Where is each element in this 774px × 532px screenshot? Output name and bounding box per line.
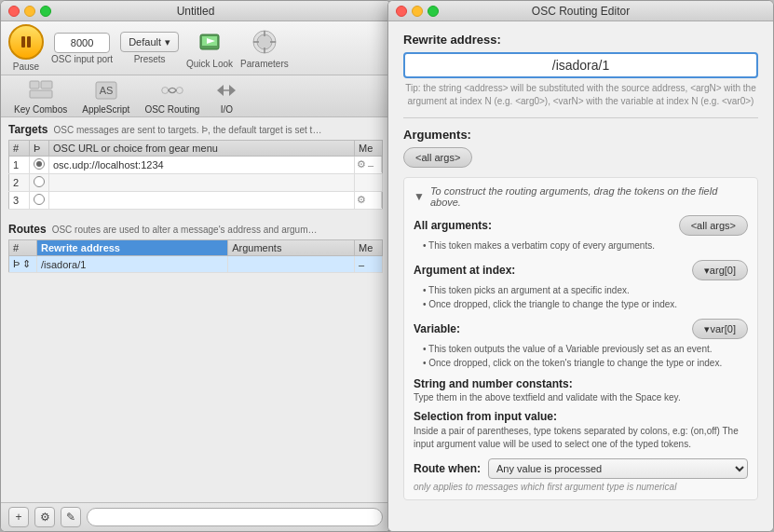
minimize-button[interactable] <box>24 6 35 17</box>
radio-button[interactable] <box>34 176 45 187</box>
all-args-pill[interactable]: <all args> <box>679 215 748 236</box>
window-controls <box>8 6 51 17</box>
search-input[interactable] <box>87 508 383 526</box>
routes-title: Routes <box>8 223 47 236</box>
constants-section: String and number constants: Type them i… <box>414 377 748 402</box>
variable-pill[interactable]: ▾ var[0] <box>692 319 748 339</box>
row-actions: ⚙ – <box>355 157 382 172</box>
arg-index-pill[interactable]: ▾ arg[0] <box>692 260 748 280</box>
var-bullet-2: Once dropped, click on the token's trian… <box>414 356 748 370</box>
osc-routing-icon <box>160 78 184 102</box>
settings-button[interactable]: ⚙ <box>34 507 55 527</box>
rcol-address: Rewrite address <box>37 240 228 256</box>
bottom-toolbar: + ⚙ ✎ <box>1 502 390 531</box>
port-group: OSC input port <box>51 33 113 64</box>
table-row[interactable]: 1 osc.udp://localhost:1234 ⚙ – <box>9 157 383 174</box>
route-when-row: Route when: Any value is processed Value… <box>414 458 748 479</box>
arg-bullet-1: This token picks an argument at a specif… <box>414 283 748 297</box>
right-maximize-button[interactable] <box>428 6 439 17</box>
svg-text:AS: AS <box>99 85 113 96</box>
routes-section: Routes OSC routes are used to alter a me… <box>1 217 390 275</box>
row-num: 2 <box>9 174 30 192</box>
gear-icon[interactable]: ⚙ <box>357 158 366 171</box>
triangle-indicator: ▼ <box>414 190 425 203</box>
svg-rect-11 <box>30 81 39 89</box>
edit-icon: ✎ <box>66 511 75 524</box>
targets-table: # Þ OSC URL or choice from gear menu Me … <box>8 140 383 210</box>
key-combos-label: Key Combos <box>14 104 67 115</box>
targets-title: Targets <box>8 123 48 136</box>
right-title-bar: OSC Routing Editor <box>388 1 773 21</box>
route-when-select[interactable]: Any value is processed Value changes Alw… <box>488 458 748 479</box>
selection-section: Selection from input value: Inside a pai… <box>414 410 748 451</box>
radio-button[interactable] <box>34 194 45 205</box>
right-close-button[interactable] <box>396 6 407 17</box>
svg-rect-0 <box>21 36 25 48</box>
address-input[interactable] <box>403 52 758 78</box>
table-row[interactable]: Þ ⇕ /isadora/1 – <box>9 256 383 273</box>
port-label: OSC input port <box>51 54 113 64</box>
parameters-button[interactable] <box>250 27 279 57</box>
pause-label: Pause <box>13 61 39 72</box>
add-icon: + <box>15 511 21 524</box>
key-combos-button[interactable]: Key Combos <box>8 76 73 116</box>
drag-section-header: ▼ To construct the routing arguments, dr… <box>414 185 748 208</box>
key-combos-icon <box>29 78 53 102</box>
table-row[interactable]: 3 ⚙ <box>9 192 383 210</box>
right-window-title: OSC Routing Editor <box>532 5 630 18</box>
row-actions <box>355 174 383 192</box>
routes-table: # Rewrite address Arguments Me Þ ⇕ /isad… <box>8 239 383 273</box>
variable-row: Variable: ▾ var[0] This token outputs th… <box>414 319 748 370</box>
all-args-bullet-1: This token makes a verbatim copy of ever… <box>414 239 748 252</box>
left-window: Untitled Pause OSC input port Default ▾ <box>0 0 391 532</box>
col-default: Þ <box>30 141 49 157</box>
close-button[interactable] <box>8 6 20 17</box>
separator-1 <box>403 117 758 118</box>
col-me: Me <box>355 141 383 157</box>
rcol-args: Arguments <box>228 240 355 256</box>
quick-look-button[interactable] <box>195 27 224 57</box>
row-num: Þ ⇕ <box>9 256 37 273</box>
gear-icon[interactable]: ⚙ <box>357 194 366 206</box>
parameters-label: Parameters <box>240 59 289 69</box>
row-actions: ⚙ <box>355 192 382 208</box>
quick-look-group: Quick Look <box>186 27 233 69</box>
minus-icon[interactable]: – <box>368 159 373 171</box>
row-radio[interactable] <box>30 174 49 192</box>
pause-button-group[interactable]: Pause <box>8 24 44 72</box>
routes-header: Routes OSC routes are used to alter a me… <box>8 223 383 236</box>
row-radio[interactable] <box>30 157 49 174</box>
route-when-label: Route when: <box>414 462 481 475</box>
row-radio[interactable] <box>30 192 49 210</box>
svg-point-16 <box>162 87 169 93</box>
io-button[interactable]: I/O <box>209 76 244 116</box>
right-minimize-button[interactable] <box>412 6 423 17</box>
maximize-button[interactable] <box>40 6 51 17</box>
targets-section: Targets OSC messages are sent to targets… <box>1 117 390 211</box>
var-bullet-1: This token outputs the value of a Variab… <box>414 342 748 356</box>
arg-index-header: Argument at index: ▾ arg[0] <box>414 260 748 280</box>
presets-label: Presets <box>134 54 166 64</box>
presets-dropdown[interactable]: Default ▾ <box>120 32 179 52</box>
applescript-button[interactable]: AS AppleScript <box>76 76 135 116</box>
rewrite-address-label: Rewrite address: <box>403 33 758 47</box>
radio-button[interactable] <box>34 158 45 170</box>
constants-desc: Type them in the above textfield and val… <box>414 392 748 402</box>
row-url: osc.udp://localhost:1234 <box>49 157 355 174</box>
targets-header: Targets OSC messages are sent to targets… <box>8 123 383 136</box>
row-num: 3 <box>9 192 30 210</box>
add-button[interactable]: + <box>8 507 29 527</box>
osc-routing-button[interactable]: OSC Routing <box>139 76 205 116</box>
table-row[interactable]: 2 <box>9 174 383 192</box>
all-args-header: All arguments: <all args> <box>414 215 748 236</box>
port-input[interactable] <box>54 33 110 53</box>
col-num: # <box>9 141 30 157</box>
pause-icon[interactable] <box>8 24 44 60</box>
all-args-token[interactable]: <all args> <box>403 147 472 168</box>
constants-title: String and number constants: <box>414 377 748 390</box>
drag-section: ▼ To construct the routing arguments, dr… <box>403 177 758 500</box>
svg-marker-18 <box>217 85 224 96</box>
osc-routing-label: OSC Routing <box>144 104 199 115</box>
edit-button[interactable]: ✎ <box>61 507 81 527</box>
all-args-text: <all args> <box>415 152 460 163</box>
